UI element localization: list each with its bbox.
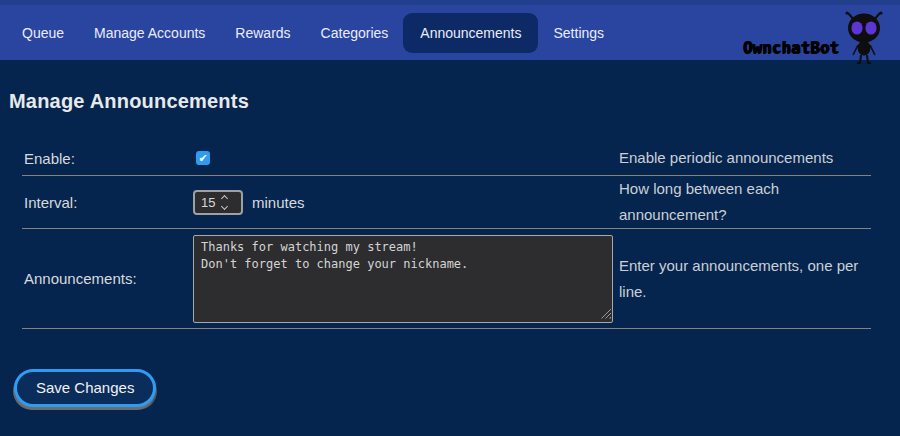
enable-checkbox[interactable]: ✔ xyxy=(196,151,210,165)
announcements-row: Announcements: Thanks for watching my st… xyxy=(22,229,871,329)
page-title: Manage Announcements xyxy=(9,90,900,113)
interval-input-box xyxy=(193,190,243,215)
stepper-up-icon[interactable] xyxy=(221,194,228,201)
nav-item-queue[interactable]: Queue xyxy=(7,13,79,53)
nav-item-manage-accounts[interactable]: Manage Accounts xyxy=(79,13,220,53)
interval-help-text: How long between each announcement? xyxy=(619,176,871,228)
nav-item-announcements[interactable]: Announcements xyxy=(403,13,538,53)
announcements-label: Announcements: xyxy=(22,270,193,287)
interval-unit-label: minutes xyxy=(252,194,305,211)
enable-control: ✔ xyxy=(193,151,619,165)
enable-help-text: Enable periodic announcements xyxy=(619,145,871,171)
nav-item-rewards[interactable]: Rewards xyxy=(220,13,305,53)
logo-wordmark: OwnchatBot xyxy=(743,38,839,57)
interval-input[interactable] xyxy=(195,195,221,210)
announcements-textarea[interactable]: Thanks for watching my stream! Don't for… xyxy=(193,235,613,323)
stepper-down-icon[interactable] xyxy=(221,202,228,209)
interval-stepper[interactable] xyxy=(221,196,232,209)
enable-label: Enable: xyxy=(22,150,193,167)
announcements-form: Enable: ✔ Enable periodic announcements … xyxy=(22,141,871,329)
interval-row: Interval: minutes How long between each … xyxy=(22,176,871,229)
announcements-help-text: Enter your announcements, one per line. xyxy=(619,253,871,305)
top-navbar: Queue Manage Accounts Rewards Categories… xyxy=(0,0,900,60)
announcements-control: Thanks for watching my stream! Don't for… xyxy=(193,235,613,323)
save-changes-button[interactable]: Save Changes xyxy=(14,369,156,407)
interval-label: Interval: xyxy=(22,194,193,211)
ownchatbot-logo: OwnchatBot xyxy=(743,5,888,65)
robot-mascot-icon xyxy=(840,11,888,65)
interval-control: minutes xyxy=(193,190,619,215)
nav-item-settings[interactable]: Settings xyxy=(538,13,619,53)
nav-item-categories[interactable]: Categories xyxy=(306,13,404,53)
enable-row: Enable: ✔ Enable periodic announcements xyxy=(22,141,871,176)
